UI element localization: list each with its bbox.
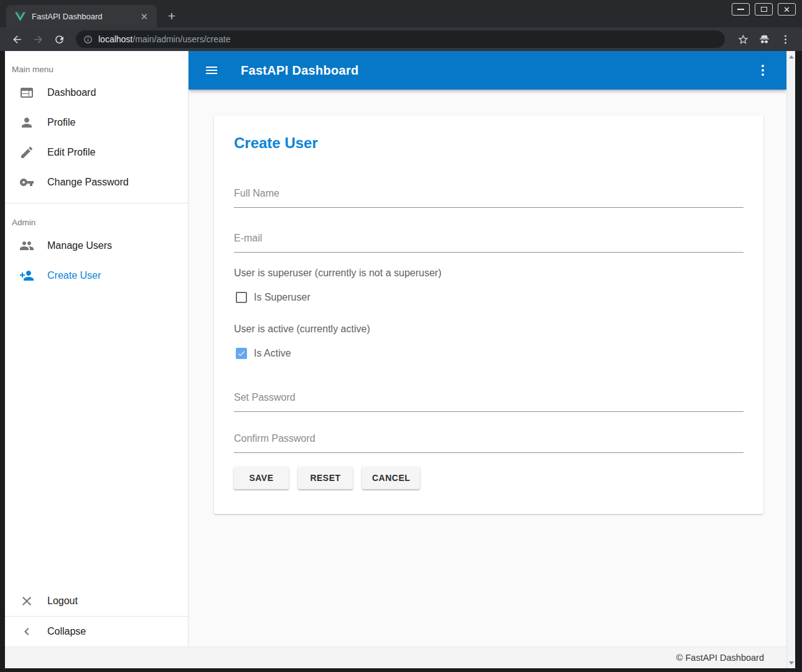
confirm-password-input[interactable] bbox=[234, 433, 744, 453]
key-icon bbox=[19, 175, 34, 190]
sidebar-item-edit-profile[interactable]: Edit Profile bbox=[5, 138, 188, 167]
sidebar-item-label: Logout bbox=[47, 595, 78, 607]
reset-button[interactable]: RESET bbox=[298, 467, 353, 489]
check-icon bbox=[237, 349, 246, 358]
superuser-hint: User is superuser (currently is not a su… bbox=[234, 268, 744, 279]
email-input[interactable] bbox=[234, 233, 744, 253]
sidebar-item-profile[interactable]: Profile bbox=[5, 108, 188, 138]
sidebar-item-manage-users[interactable]: Manage Users bbox=[5, 231, 188, 261]
url-text: localhost/main/admin/users/create bbox=[98, 34, 230, 44]
is-superuser-label: Is Superuser bbox=[254, 292, 310, 303]
group-icon bbox=[19, 238, 34, 253]
email-field-wrapper bbox=[234, 233, 744, 253]
window-minimize-button[interactable] bbox=[732, 3, 750, 16]
incognito-icon bbox=[756, 31, 772, 47]
sidebar-item-label: Manage Users bbox=[47, 240, 112, 251]
create-user-card: Create User User is superuser (currently… bbox=[214, 116, 763, 514]
sidebar-item-label: Edit Profile bbox=[47, 147, 95, 158]
appbar-kebab-menu-icon[interactable] bbox=[752, 59, 774, 82]
scrollbar-down-arrow-icon[interactable] bbox=[787, 658, 795, 667]
page-viewport: Main menu Dashboard Profile Edit Profile… bbox=[5, 51, 795, 668]
window-close-button[interactable]: ✕ bbox=[778, 3, 796, 16]
address-bar[interactable]: localhost/main/admin/users/create bbox=[76, 30, 725, 48]
sidebar-item-label: Create User bbox=[47, 270, 101, 281]
scrollbar-up-arrow-icon[interactable] bbox=[787, 52, 795, 61]
browser-toolbar: localhost/main/admin/users/create bbox=[0, 27, 802, 51]
browser-menu-icon[interactable] bbox=[777, 31, 793, 47]
bookmark-star-icon[interactable] bbox=[735, 31, 751, 47]
set-password-field-wrapper bbox=[234, 392, 744, 412]
appbar: FastAPI Dashboard bbox=[189, 51, 786, 90]
main-content: FastAPI Dashboard Create User User is su… bbox=[189, 51, 786, 646]
sidebar-section-header-main-menu: Main menu bbox=[5, 51, 188, 78]
save-button[interactable]: SAVE bbox=[234, 467, 289, 489]
new-tab-button[interactable]: + bbox=[163, 7, 180, 25]
appbar-title: FastAPI Dashboard bbox=[241, 63, 359, 78]
page-footer: © FastAPI Dashboard bbox=[5, 646, 786, 668]
full-name-input[interactable] bbox=[234, 188, 744, 208]
browser-tab[interactable]: FastAPI Dashboard ✕ bbox=[6, 5, 157, 27]
pencil-icon bbox=[19, 145, 34, 160]
sidebar-item-collapse[interactable]: Collapse bbox=[5, 617, 188, 646]
sidebar-item-label: Profile bbox=[47, 117, 75, 128]
sidebar-spacer bbox=[5, 291, 188, 586]
sidebar-item-create-user[interactable]: Create User bbox=[5, 261, 188, 291]
chevron-left-icon bbox=[19, 624, 34, 639]
vue-logo-icon bbox=[15, 11, 26, 22]
footer-copyright: © FastAPI Dashboard bbox=[676, 653, 764, 663]
sidebar-section-header-admin: Admin bbox=[5, 209, 188, 231]
window-maximize-button[interactable] bbox=[755, 3, 773, 16]
form-buttons: SAVE RESET CANCEL bbox=[234, 467, 744, 489]
is-superuser-checkbox-row[interactable]: Is Superuser bbox=[234, 290, 310, 305]
window-controls: ✕ bbox=[732, 3, 796, 16]
hamburger-menu-icon[interactable] bbox=[201, 59, 223, 82]
person-icon bbox=[19, 115, 34, 130]
sidebar-item-label: Collapse bbox=[47, 626, 86, 637]
sidebar: Main menu Dashboard Profile Edit Profile… bbox=[5, 51, 189, 646]
tab-title: FastAPI Dashboard bbox=[32, 12, 138, 21]
browser-tabstrip: FastAPI Dashboard ✕ + ✕ bbox=[0, 0, 802, 27]
close-icon bbox=[19, 594, 34, 609]
confirm-password-field-wrapper bbox=[234, 433, 744, 453]
sidebar-item-label: Change Password bbox=[47, 177, 129, 188]
active-hint: User is active (currently active) bbox=[234, 324, 744, 335]
cancel-button[interactable]: CANCEL bbox=[362, 467, 420, 489]
forward-button[interactable] bbox=[30, 31, 46, 47]
dashboard-icon bbox=[19, 85, 34, 100]
tab-close-icon[interactable]: ✕ bbox=[138, 11, 151, 22]
sidebar-item-dashboard[interactable]: Dashboard bbox=[5, 78, 188, 108]
back-button[interactable] bbox=[9, 31, 25, 47]
is-superuser-checkbox[interactable] bbox=[236, 292, 247, 303]
form-title: Create User bbox=[234, 133, 744, 153]
is-active-checkbox-row[interactable]: Is Active bbox=[234, 346, 291, 361]
full-name-field-wrapper bbox=[234, 188, 744, 208]
page-scrollbar[interactable] bbox=[786, 51, 795, 668]
sidebar-divider bbox=[5, 203, 188, 203]
set-password-input[interactable] bbox=[234, 392, 744, 412]
site-info-icon[interactable] bbox=[83, 35, 93, 44]
is-active-label: Is Active bbox=[254, 348, 291, 359]
sidebar-item-change-password[interactable]: Change Password bbox=[5, 167, 188, 197]
sidebar-item-logout[interactable]: Logout bbox=[5, 586, 188, 616]
sidebar-item-label: Dashboard bbox=[47, 87, 96, 98]
reload-button[interactable] bbox=[51, 31, 67, 47]
is-active-checkbox[interactable] bbox=[236, 348, 247, 359]
person-add-icon bbox=[19, 268, 34, 283]
